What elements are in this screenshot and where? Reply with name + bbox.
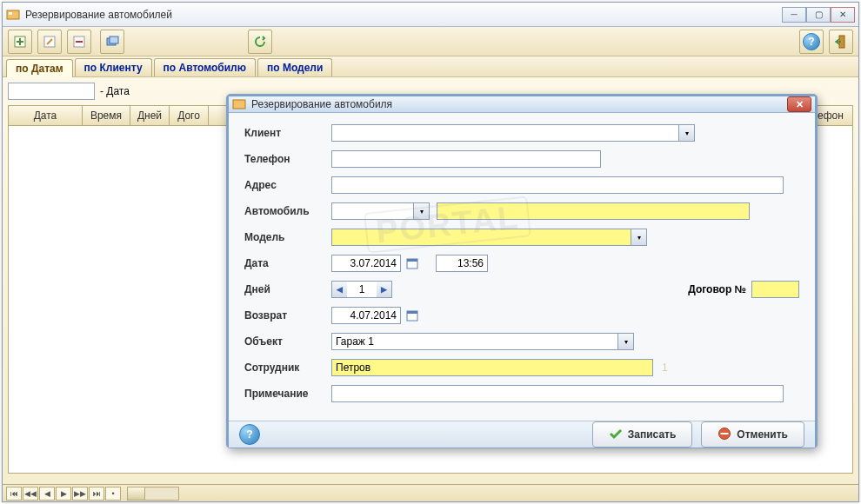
col-date[interactable]: Дата [9,106,83,125]
tab-by-car[interactable]: по Автомобилю [154,58,256,76]
windows-button[interactable] [100,30,124,54]
cancel-button[interactable]: Отменить [701,421,804,448]
model-input[interactable] [331,229,631,246]
tab-by-date[interactable]: по Датам [6,59,73,77]
car-input[interactable] [331,202,414,220]
label-client: Клиент [244,127,331,139]
dialog-help-button[interactable]: ? [239,424,260,445]
exit-button[interactable] [829,30,853,54]
svg-rect-10 [407,259,417,262]
return-calendar-button[interactable] [404,308,420,323]
nav-last[interactable]: ⏭ [89,487,104,501]
add-button[interactable] [8,30,32,54]
address-input[interactable] [331,176,784,194]
dialog-title: Резервирование автомобиля [251,98,787,110]
label-days: Дней [244,283,331,295]
object-input[interactable] [331,333,618,350]
label-employee: Сотрудник [244,361,331,374]
grid-navigator: ⏮ ◀◀ ◀ ▶ ▶▶ ⏭ • [3,484,858,501]
app-icon [6,8,20,22]
label-phone: Телефон [244,153,331,165]
edit-button[interactable] [37,30,62,54]
svg-rect-12 [407,311,417,314]
svg-rect-14 [721,433,729,434]
save-button[interactable]: Записать [592,421,693,448]
label-address: Адрес [244,179,331,191]
client-dropdown-button[interactable]: ▾ [679,124,695,142]
dialog-body: Клиент ▾ Телефон Адрес Автомобиль ▾ Моде… [229,113,815,421]
save-button-label: Записать [628,428,677,441]
label-object: Объект [244,335,331,348]
svg-rect-8 [233,100,245,109]
car-desc-input[interactable] [437,202,750,220]
days-decrement-button[interactable]: ◀ [331,281,347,298]
col-contract[interactable]: Дого [170,106,209,125]
filter-label: - Дата [100,85,130,97]
tab-by-client[interactable]: по Клиенту [75,58,152,76]
reservation-dialog: Резервирование автомобиля ✕ Клиент ▾ Тел… [226,94,818,448]
client-input[interactable] [331,124,679,142]
cancel-button-label: Отменить [737,428,788,441]
object-dropdown-button[interactable]: ▾ [618,333,634,350]
svg-rect-1 [9,12,12,15]
days-input[interactable] [347,281,377,298]
refresh-button[interactable] [248,30,272,54]
delete-button[interactable] [67,30,91,54]
check-icon [609,427,623,443]
col-time[interactable]: Время [83,106,130,125]
date-input[interactable] [331,255,401,272]
tab-bar: по Датам по Клиенту по Автомобилю по Мод… [3,56,858,77]
days-increment-button[interactable]: ▶ [377,281,392,298]
date-calendar-button[interactable] [404,255,420,271]
time-input[interactable] [436,255,488,272]
help-button[interactable]: ? [799,30,824,54]
nav-next[interactable]: ▶ [56,487,71,501]
dialog-footer: ? Записать Отменить [229,421,815,448]
minimize-button[interactable]: ─ [782,7,806,23]
close-button[interactable]: ✕ [831,7,855,23]
dialog-close-button[interactable]: ✕ [787,96,811,112]
label-note: Примечание [244,388,331,400]
nav-prev[interactable]: ◀ [39,487,55,501]
label-car: Автомобиль [244,205,331,217]
maximize-button[interactable]: ▢ [806,7,831,23]
window-buttons: ─ ▢ ✕ [782,7,855,23]
car-dropdown-button[interactable]: ▾ [414,202,430,220]
label-contract: Договор № [688,283,746,295]
tab-by-model[interactable]: по Модели [257,58,332,76]
dialog-titlebar: Резервирование автомобиля ✕ [229,96,815,113]
contract-input[interactable] [751,281,799,298]
cancel-icon [718,427,731,443]
phone-input[interactable] [331,150,601,168]
model-dropdown-button[interactable]: ▾ [631,229,647,246]
main-toolbar: ? [3,27,858,56]
label-model: Модель [244,231,331,243]
employee-number: 1 [662,361,668,374]
nav-next-page[interactable]: ▶▶ [72,487,88,501]
col-days[interactable]: Дней [130,106,170,125]
dialog-icon [232,97,246,111]
note-input[interactable] [331,385,784,402]
label-date: Дата [244,257,331,269]
window-title: Резервирование автомобилей [25,9,782,21]
svg-rect-6 [110,36,118,43]
return-input[interactable] [331,307,401,324]
employee-input[interactable] [331,359,653,376]
horizontal-scrollbar[interactable] [127,487,179,501]
nav-prev-page[interactable]: ◀◀ [23,487,38,501]
nav-stop[interactable]: • [105,487,121,501]
nav-first[interactable]: ⏮ [6,487,22,501]
filter-date-input[interactable] [8,83,95,100]
label-return: Возврат [244,309,331,322]
main-titlebar: Резервирование автомобилей ─ ▢ ✕ [3,3,858,27]
